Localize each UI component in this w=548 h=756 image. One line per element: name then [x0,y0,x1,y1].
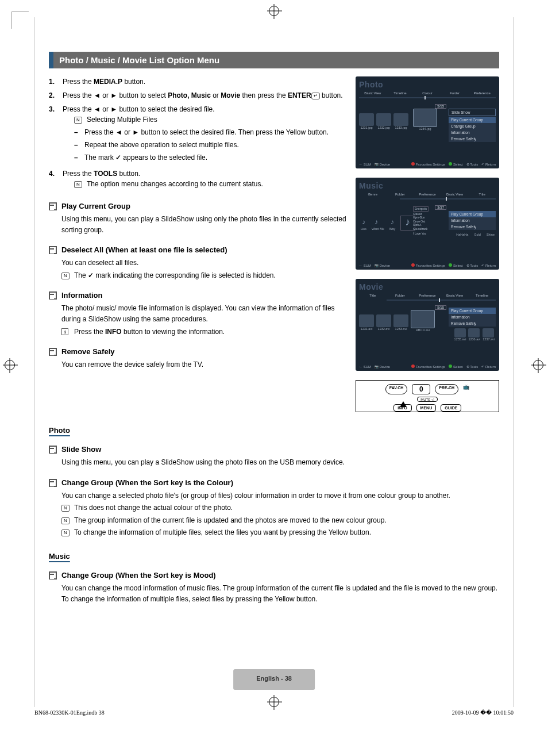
info-button-icon: ℹ [61,328,68,335]
movie-screenshot: Movie TitleFolderPreferenceBasic ViewTim… [356,279,499,371]
note-icon: N [74,117,82,124]
footer-left: BN68-02330K-01Eng.indb 38 [34,709,105,716]
check-icon: ✓ [88,271,94,279]
square-bullet-icon [49,246,57,254]
music-screenshot: Music GenreFolderPreferenceBasic ViewTit… [356,178,499,270]
square-bullet-icon [49,291,57,300]
square-bullet-icon [49,571,57,580]
check-icon: ✓ [115,153,121,162]
photo-screenshot: Photo Basic ViewTimelineColourFolderPref… [356,76,499,168]
music-heading: Music [49,552,499,561]
page-number: English - 38 [233,669,315,690]
note-icon: N [61,273,70,279]
note-icon: N [74,181,82,188]
page-title: Photo / Music / Movie List Option Menu [49,52,499,68]
remote-diagram: FAV.CH 0 PRE-CH 📺 MUTE ◁ INFO MENU GUIDE [356,380,499,412]
note-icon: N [61,529,70,536]
enter-icon: ↵ [311,93,320,99]
square-bullet-icon [49,202,57,210]
square-bullet-icon [49,348,57,356]
procedure-list: 1. Press the MEDIA.P button. 2. Press th… [49,76,346,191]
page-body: Photo / Music / Movie List Option Menu 1… [34,17,514,707]
square-bullet-icon [49,479,57,487]
footer-right: 2009-10-09 �� 10:01:50 [452,709,514,716]
square-bullet-icon [49,446,57,454]
note-icon: N [61,505,70,512]
photo-heading: Photo [49,426,499,435]
note-icon: N [61,517,70,524]
